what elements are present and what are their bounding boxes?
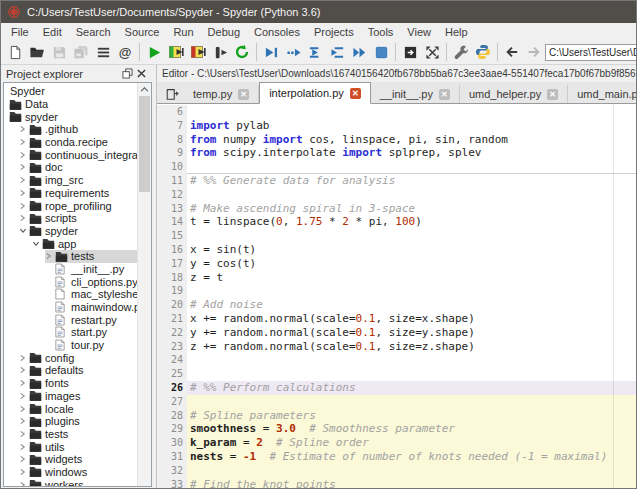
tree-item-workers[interactable]: workers — [4, 478, 137, 486]
tree-item-spyder[interactable]: spyder — [4, 110, 137, 123]
code-line-7[interactable]: 7import pylab — [157, 119, 636, 133]
save-button[interactable] — [48, 41, 70, 63]
code-line-17[interactable]: 17y = cos(t) — [157, 257, 636, 271]
code-line-12[interactable]: 12 — [157, 188, 636, 202]
menu-projects[interactable]: Projects — [307, 25, 361, 39]
chevron-right-icon[interactable] — [19, 455, 29, 463]
code-line-6[interactable]: 6 — [157, 105, 636, 119]
run-button[interactable] — [143, 41, 165, 63]
chevron-right-icon[interactable] — [19, 481, 29, 486]
run-selection-button[interactable] — [209, 41, 231, 63]
code-line-33[interactable]: 33# Find the knot points — [157, 478, 636, 488]
scrollbar-thumb[interactable] — [139, 96, 150, 192]
close-icon[interactable] — [134, 67, 148, 81]
tree-item-Data[interactable]: Data — [4, 98, 137, 111]
save-all-button[interactable] — [70, 41, 92, 63]
code-editor[interactable]: 67import pylab8from numpy import cos, li… — [157, 104, 636, 488]
tree-item-windows[interactable]: windows — [4, 466, 137, 479]
code-line-32[interactable]: 32 — [157, 464, 636, 478]
tree-item-mac_stylesheet.qss[interactable]: mac_stylesheet.qss — [4, 288, 137, 301]
chevron-right-icon[interactable] — [19, 366, 29, 374]
tree-item-app[interactable]: app — [4, 237, 137, 250]
debug-continue-button[interactable] — [348, 41, 370, 63]
chevron-right-icon[interactable] — [19, 163, 29, 171]
code-line-13[interactable]: 13# Make ascending spiral in 3-space — [157, 202, 636, 216]
tree-item-restart.py[interactable]: restart.py — [4, 313, 137, 326]
code-line-20[interactable]: 20# Add noise — [157, 298, 636, 312]
code-line-26[interactable]: 26# %% Perform calculations — [157, 381, 636, 395]
tree-item-__init__.py[interactable]: __init__.py — [4, 263, 137, 276]
tab-__init__.py[interactable]: __init__.py✕ — [371, 85, 460, 103]
open-file-button[interactable] — [26, 41, 48, 63]
tab-close-icon[interactable]: ✕ — [350, 88, 361, 99]
debug-button[interactable] — [260, 41, 282, 63]
code-line-22[interactable]: 22y += random.normal(scale=0.1, size=y.s… — [157, 326, 636, 340]
code-line-24[interactable]: 24 — [157, 353, 636, 367]
debug-step-over-button[interactable] — [282, 41, 304, 63]
tree-item-doc[interactable]: doc — [4, 161, 137, 174]
tab-umd_main.py[interactable]: umd_main.py✕ — [568, 85, 637, 103]
tab-close-icon[interactable]: ✕ — [547, 89, 558, 100]
debug-stop-button[interactable] — [370, 41, 392, 63]
python-path-manager-button[interactable] — [472, 41, 494, 63]
tree-item-Spyder[interactable]: Spyder — [4, 85, 137, 98]
file-switcher-button[interactable] — [92, 41, 114, 63]
menu-view[interactable]: View — [400, 25, 438, 39]
tree-item-cli_options.py[interactable]: cli_options.py — [4, 275, 137, 288]
chevron-right-icon[interactable] — [19, 354, 29, 362]
code-line-18[interactable]: 18z = t — [157, 271, 636, 285]
menu-consoles[interactable]: Consoles — [247, 25, 307, 39]
menu-edit[interactable]: Edit — [36, 25, 69, 39]
tree-item-tests[interactable]: tests — [4, 428, 137, 441]
chevron-right-icon[interactable] — [19, 468, 29, 476]
new-file-button[interactable] — [4, 41, 26, 63]
tree-item-defaults[interactable]: defaults — [4, 364, 137, 377]
code-line-29[interactable]: 29smoothness = 3.0 # Smoothness paramete… — [157, 422, 636, 436]
code-line-11[interactable]: 11# %% Generate data for analysis — [157, 174, 636, 188]
code-line-8[interactable]: 8from numpy import cos, linspace, pi, si… — [157, 133, 636, 147]
tree-item-plugins[interactable]: plugins — [4, 415, 137, 428]
code-line-27[interactable]: 27 — [157, 395, 636, 409]
rerun-script-button[interactable] — [231, 41, 253, 63]
tree-item-mainwindow.py[interactable]: mainwindow.py — [4, 301, 137, 314]
tab-interpolation.py[interactable]: interpolation.py✕ — [259, 82, 371, 104]
chevron-right-icon[interactable] — [19, 202, 29, 210]
tree-item-rope_profiling[interactable]: rope_profiling — [4, 199, 137, 212]
browse-tabs-button[interactable] — [160, 84, 184, 103]
forward-button[interactable] — [523, 41, 545, 63]
tree-item-tests[interactable]: tests — [4, 250, 137, 263]
menu-debug[interactable]: Debug — [201, 25, 247, 39]
code-line-21[interactable]: 21x += random.normal(scale=0.1, size=x.s… — [157, 312, 636, 326]
maximize-pane-button[interactable] — [399, 41, 421, 63]
scrollbar-up-icon[interactable] — [138, 83, 151, 95]
tree-item-conda.recipe[interactable]: conda.recipe — [4, 136, 137, 149]
chevron-right-icon[interactable] — [19, 151, 29, 159]
run-cell-button[interactable] — [165, 41, 187, 63]
path-combobox[interactable]: C:\Users\TestUser\Downloads — [545, 44, 637, 61]
chevron-down-icon[interactable] — [32, 240, 42, 247]
chevron-right-icon[interactable] — [19, 430, 29, 438]
chevron-right-icon[interactable] — [19, 392, 29, 400]
chevron-right-icon[interactable] — [19, 417, 29, 425]
chevron-right-icon[interactable] — [19, 379, 29, 387]
tree-item-utils[interactable]: utils — [4, 440, 137, 453]
tree-item-images[interactable]: images — [4, 390, 137, 403]
code-line-30[interactable]: 30k_param = 2 # Spline order — [157, 436, 636, 450]
menu-help[interactable]: Help — [438, 25, 475, 39]
debug-step-out-button[interactable] — [326, 41, 348, 63]
code-line-25[interactable]: 25 — [157, 367, 636, 381]
menu-search[interactable]: Search — [69, 25, 118, 39]
tree-item-requirements[interactable]: requirements — [4, 187, 137, 200]
tree-item-spyder[interactable]: spyder — [4, 225, 137, 238]
code-line-9[interactable]: 9from scipy.interpolate import splprep, … — [157, 146, 636, 160]
undock-icon[interactable] — [120, 67, 134, 81]
code-line-23[interactable]: 23z += random.normal(scale=0.1, size=z.s… — [157, 340, 636, 354]
tab-temp.py[interactable]: temp.py✕ — [184, 85, 259, 103]
code-line-14[interactable]: 14t = linspace(0, 1.75 * 2 * pi, 100) — [157, 215, 636, 229]
menu-source[interactable]: Source — [118, 25, 167, 39]
tab-close-icon[interactable]: ✕ — [439, 89, 450, 100]
chevron-right-icon[interactable] — [19, 443, 29, 451]
code-line-19[interactable]: 19 — [157, 284, 636, 298]
tree-item-locale[interactable]: locale — [4, 402, 137, 415]
code-line-10[interactable]: 10 — [157, 160, 636, 174]
